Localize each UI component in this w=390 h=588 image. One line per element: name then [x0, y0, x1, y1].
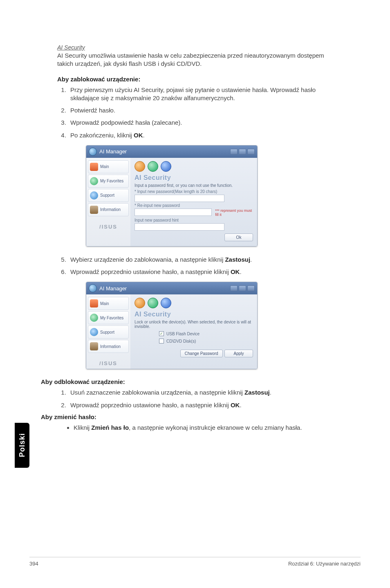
support-icon — [90, 191, 98, 200]
close-icon[interactable] — [247, 149, 255, 155]
tool-icon-1[interactable] — [134, 298, 145, 308]
intro-paragraph: AI Security umożliwia ustawienie hasła w… — [57, 52, 335, 68]
main-pane: AI Security Lock or unlock the device(s)… — [130, 294, 257, 369]
window-titlebar: AI Manager — [86, 146, 257, 158]
checkbox-row-cddvd[interactable]: CD\DVD Disk(s) — [159, 339, 253, 343]
change-bullets: Kliknij Zmień has ło, a następnie wykona… — [74, 424, 335, 432]
language-tab: Polski — [15, 423, 29, 468]
section-title: AI Security — [57, 44, 335, 51]
window-titlebar: AI Manager — [86, 282, 257, 294]
panel-hint: Lock or unlock the device(s). When selec… — [134, 320, 253, 329]
checkbox-cddvd[interactable] — [159, 339, 164, 343]
password-hint-input[interactable] — [134, 223, 224, 231]
apply-button[interactable]: Apply — [224, 350, 253, 357]
tool-icon-2[interactable] — [148, 161, 158, 172]
sidebar-item-support[interactable]: Support — [88, 189, 129, 202]
field-label-hint: Input new password hint — [134, 218, 253, 222]
reinput-password-input[interactable] — [134, 209, 212, 216]
sidebar: Main My Favorites Support Information /I… — [86, 158, 130, 246]
brand-label: /ISUS — [88, 360, 129, 366]
sidebar-item-main[interactable]: Main — [88, 160, 129, 173]
sidebar-item-favorites[interactable]: My Favorites — [88, 175, 129, 188]
list-item: Wybierz urządzenie do zablokowania, a na… — [68, 256, 335, 264]
lock-steps: Przy pierwszym użyciu AI Security, pojaw… — [68, 86, 335, 139]
sidebar-item-support[interactable]: Support — [88, 325, 129, 339]
tool-icon-3[interactable] — [161, 298, 171, 308]
lock-steps-continued: Wybierz urządzenie do zablokowania, a na… — [68, 256, 335, 276]
window-controls — [230, 149, 255, 155]
tool-icon-2[interactable] — [148, 298, 158, 308]
list-item: Usuń zaznaczenie zablokowania urządzenia… — [68, 388, 335, 397]
minimize-icon[interactable] — [230, 285, 238, 291]
list-item: Potwierdź hasło. — [68, 106, 335, 114]
window-controls — [230, 285, 255, 291]
field-label-reinput: * Re-input new password — [134, 203, 253, 208]
unlock-heading: Aby odblokować urządzenie: — [41, 378, 335, 385]
information-icon — [90, 342, 98, 350]
favorites-icon — [90, 177, 98, 185]
minimize-icon[interactable] — [230, 149, 238, 155]
main-icon — [90, 299, 98, 307]
checkbox-label-cddvd: CD\DVD Disk(s) — [166, 339, 196, 343]
ok-button[interactable]: Ok — [224, 233, 253, 241]
new-password-input[interactable] — [134, 195, 224, 202]
close-icon[interactable] — [247, 285, 255, 291]
main-pane: AI Security Input a password first, or y… — [130, 158, 257, 246]
toolbar — [134, 298, 253, 308]
required-warning: *** represent you must fill it — [215, 209, 253, 217]
support-icon — [90, 328, 98, 336]
panel-title: AI Security — [134, 174, 253, 182]
list-item: Wprowadź poprzednio ustawione hasło, a n… — [68, 268, 335, 276]
checkbox-label-usb: USB Flash Device — [166, 332, 199, 336]
sidebar-item-main[interactable]: Main — [88, 297, 129, 310]
panel-hint: Input a password first, or you can not u… — [134, 183, 253, 188]
screenshot-ai-security-select-device: AI Manager Main My Favorites Support Inf… — [86, 282, 258, 369]
toolbar — [134, 161, 253, 172]
window-title: AI Manager — [99, 148, 127, 155]
tool-icon-3[interactable] — [161, 161, 171, 172]
page-footer: 394 Rozdział 6: Używanie narzędzi — [29, 557, 361, 567]
list-item: Wprowadź poprzednio ustawione hasło, a n… — [68, 401, 335, 409]
brand-label: /ISUS — [88, 224, 129, 230]
app-logo-icon — [89, 284, 97, 292]
sidebar-item-information[interactable]: Information — [88, 340, 129, 353]
maximize-icon[interactable] — [239, 285, 246, 291]
window-title: AI Manager — [99, 285, 127, 292]
list-item: Po zakończeniu, kliknij OK. — [68, 131, 335, 139]
list-item: Kliknij Zmień has ło, a następnie wykona… — [74, 424, 335, 432]
tool-icon-1[interactable] — [134, 161, 145, 172]
checkbox-usb[interactable]: ✓ — [159, 331, 164, 336]
sidebar-item-information[interactable]: Information — [88, 203, 129, 216]
favorites-icon — [90, 314, 98, 322]
sidebar: Main My Favorites Support Information /I… — [86, 294, 130, 369]
checkbox-row-usb[interactable]: ✓ USB Flash Device — [159, 331, 253, 336]
main-icon — [90, 163, 98, 171]
unlock-steps: Usuń zaznaczenie zablokowania urządzenia… — [68, 388, 335, 409]
list-item: Przy pierwszym użyciu AI Security, pojaw… — [68, 86, 335, 103]
list-item: Wprowadź podpowiedź hasła (zalecane). — [68, 119, 335, 127]
maximize-icon[interactable] — [239, 149, 246, 155]
chapter-label: Rozdział 6: Używanie narzędzi — [288, 561, 361, 567]
panel-title: AI Security — [134, 311, 253, 318]
information-icon — [90, 206, 98, 214]
app-logo-icon — [89, 148, 97, 156]
page-number: 394 — [29, 561, 38, 567]
screenshot-ai-security-set-password: AI Manager Main My Favorites Support Inf… — [86, 145, 258, 247]
field-label-new-password: * Input new password(Max length is 20 ch… — [134, 189, 253, 194]
change-password-button[interactable]: Change Password — [180, 350, 223, 357]
sidebar-item-favorites[interactable]: My Favorites — [88, 311, 129, 324]
lock-heading: Aby zablokować urządzenie: — [57, 76, 335, 83]
change-heading: Aby zmienić hasło: — [41, 413, 335, 420]
language-tab-label: Polski — [18, 433, 27, 457]
